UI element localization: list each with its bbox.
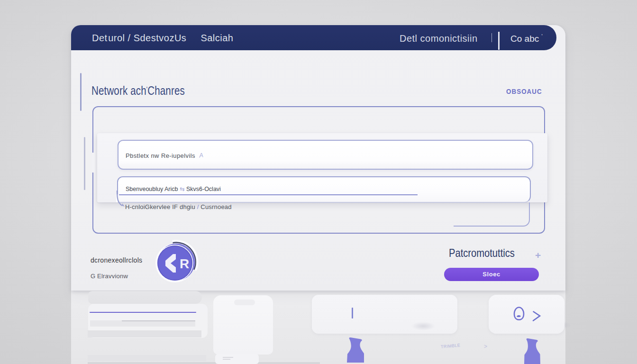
svg-text:R: R [180, 256, 189, 271]
